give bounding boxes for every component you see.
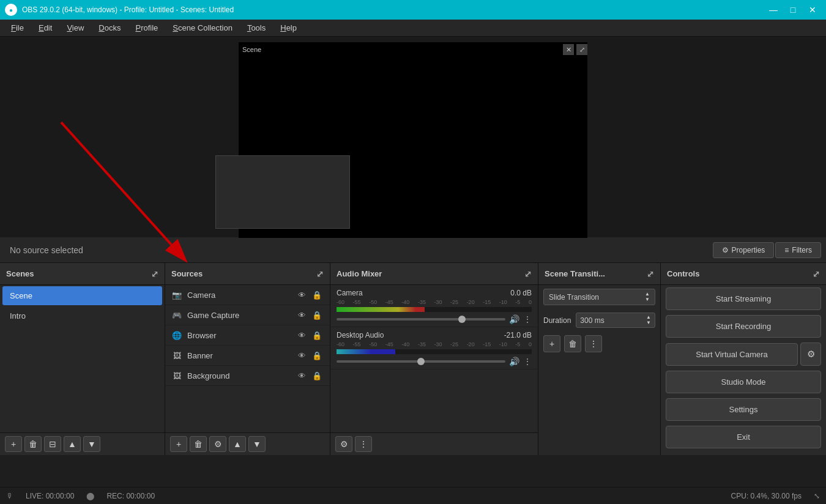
background-visibility-button[interactable]: 👁 <box>296 371 308 381</box>
preview-search-button[interactable]: ⤢ <box>576 44 587 55</box>
preview-buttons: ✕ ⤢ <box>563 44 587 55</box>
camera-visibility-button[interactable]: 👁 <box>296 290 308 300</box>
start-virtual-camera-button[interactable]: Start Virtual Camera <box>666 343 798 366</box>
close-button[interactable]: ✕ <box>804 4 821 16</box>
sources-maximize-icon[interactable]: ⤢ <box>316 269 324 279</box>
banner-visibility-button[interactable]: 👁 <box>296 350 308 361</box>
sources-up-button[interactable]: ▲ <box>229 436 246 452</box>
propbar: No source selected Properties ≡ Filters <box>0 237 826 263</box>
transition-spin-icon: ▲ ▼ <box>645 292 650 302</box>
menu-edit[interactable]: Edit <box>32 21 58 34</box>
browser-icon: 🌐 <box>171 330 182 341</box>
source-item-browser[interactable]: 🌐 Browser 👁 🔒 <box>165 325 330 346</box>
desktop-more-button[interactable]: ⋮ <box>523 357 532 366</box>
preview-close-button[interactable]: ✕ <box>563 44 574 55</box>
desktop-mute-button[interactable]: 🔊 <box>509 357 519 366</box>
menu-view[interactable]: View <box>61 21 90 34</box>
filters-button[interactable]: ≡ Filters <box>775 242 821 258</box>
menu-profile[interactable]: Profile <box>129 21 164 34</box>
camera-lock-button[interactable]: 🔒 <box>310 290 324 300</box>
live-status: LIVE: 00:00:00 <box>26 492 74 500</box>
sources-settings-button[interactable]: ⚙ <box>209 436 226 452</box>
transition-select[interactable]: Slide Transition ▲ ▼ <box>543 289 655 305</box>
down-icon: ▼ <box>253 439 261 449</box>
audio-channel-camera: Camera 0.0 dB -60-55-50-45-40-35-30-25-2… <box>330 285 538 327</box>
camera-more-button[interactable]: ⋮ <box>523 314 532 324</box>
camera-meter-bg <box>337 307 532 312</box>
audio-footer: ⚙ ⋮ <box>330 432 538 455</box>
transition-actions: + 🗑 ⋮ <box>543 335 655 352</box>
sources-add-button[interactable]: + <box>170 436 187 452</box>
statusbar: 🎙 LIVE: 00:00:00 ⬤ REC: 00:00:00 CPU: 0.… <box>0 487 826 504</box>
scenes-maximize-icon[interactable]: ⤢ <box>151 269 158 279</box>
controls-maximize-icon[interactable]: ⤢ <box>813 269 820 279</box>
settings-button[interactable]: Settings <box>666 398 821 421</box>
transition-remove-button[interactable]: 🗑 <box>564 335 581 352</box>
game-capture-visibility-button[interactable]: 👁 <box>296 310 308 321</box>
source-item-game-capture[interactable]: 🎮 Game Capture 👁 🔒 <box>165 305 330 325</box>
sources-down-button[interactable]: ▼ <box>248 436 266 452</box>
browser-lock-button[interactable]: 🔒 <box>310 330 324 341</box>
audio-channel-desktop: Desktop Audio -21.0 dB -60-55-50-45-40-3… <box>330 327 538 369</box>
audio-maximize-icon[interactable]: ⤢ <box>524 269 532 279</box>
duration-spin-icon: ▲ ▼ <box>646 315 651 325</box>
scene-item-scene[interactable]: Scene <box>2 286 162 305</box>
exit-button[interactable]: Exit <box>666 426 821 448</box>
game-capture-lock-button[interactable]: 🔒 <box>310 310 324 321</box>
preview-canvas <box>239 42 587 238</box>
virtual-camera-settings-button[interactable]: ⚙ <box>800 343 821 366</box>
sources-remove-button[interactable]: 🗑 <box>190 436 207 452</box>
menu-scene-collection[interactable]: Scene Collection <box>166 21 239 34</box>
controls-header: Controls ⤢ <box>661 263 826 285</box>
camera-audio-controls: 🔊 ⋮ <box>337 314 532 324</box>
transition-maximize-icon[interactable]: ⤢ <box>647 269 654 279</box>
scenes-up-button[interactable]: ▲ <box>64 436 81 452</box>
menu-tools[interactable]: Tools <box>241 21 272 34</box>
desktop-meter-bg <box>337 349 532 354</box>
background-lock-button[interactable]: 🔒 <box>310 371 324 381</box>
start-streaming-button[interactable]: Start Streaming <box>666 287 821 310</box>
scene-item-intro[interactable]: Intro <box>2 306 162 325</box>
source-item-banner[interactable]: 🖼 Banner 👁 🔒 <box>165 346 330 366</box>
gear-icon: ⚙ <box>807 349 815 360</box>
properties-button[interactable]: Properties <box>713 242 775 258</box>
menubar: File Edit View Docks Profile Scene Colle… <box>0 20 826 37</box>
duration-row: Duration 300 ms ▲ ▼ <box>543 313 655 328</box>
plus-icon: + <box>176 439 181 449</box>
scenes-configure-button[interactable]: ⊟ <box>44 436 61 452</box>
camera-volume-slider[interactable] <box>337 318 505 321</box>
duration-input[interactable]: 300 ms ▲ ▼ <box>576 313 655 328</box>
source-item-background[interactable]: 🖼 Background 👁 🔒 <box>165 366 330 386</box>
background-icon: 🖼 <box>171 370 182 381</box>
trash-icon: 🗑 <box>194 439 203 449</box>
scenes-add-button[interactable]: + <box>5 436 22 452</box>
scenes-footer: + 🗑 ⊟ ▲ ▼ <box>0 432 165 455</box>
gear-icon: ⚙ <box>340 439 348 449</box>
audio-gear-button[interactable]: ⚙ <box>335 436 352 452</box>
menu-docks[interactable]: Docks <box>92 21 127 34</box>
virtual-camera-row: Start Virtual Camera ⚙ <box>666 343 821 366</box>
menu-help[interactable]: Help <box>274 21 303 34</box>
scenes-remove-button[interactable]: 🗑 <box>24 436 42 452</box>
source-item-camera[interactable]: 📷 Camera 👁 🔒 <box>165 285 330 305</box>
camera-mute-button[interactable]: 🔊 <box>509 314 519 324</box>
transition-add-button[interactable]: + <box>543 335 560 352</box>
start-recording-button[interactable]: Start Recording <box>666 315 821 338</box>
scenes-down-button[interactable]: ▼ <box>83 436 100 452</box>
studio-mode-button[interactable]: Studio Mode <box>666 371 821 393</box>
browser-visibility-button[interactable]: 👁 <box>296 330 308 341</box>
minimize-button[interactable]: — <box>765 4 782 16</box>
banner-lock-button[interactable]: 🔒 <box>310 350 324 361</box>
titlebar: ● OBS 29.0.2 (64-bit, windows) - Profile… <box>0 0 826 20</box>
sources-footer: + 🗑 ⚙ ▲ ▼ <box>165 432 330 455</box>
maximize-button[interactable]: □ <box>784 4 802 16</box>
menu-file[interactable]: File <box>5 21 30 34</box>
down-icon: ▼ <box>87 439 96 449</box>
banner-icon: 🖼 <box>171 350 182 361</box>
window-title: OBS 29.0.2 (64-bit, windows) - Profile: … <box>22 6 234 14</box>
desktop-volume-slider[interactable] <box>337 360 505 363</box>
audio-more-footer-button[interactable]: ⋮ <box>355 436 372 452</box>
desktop-meter-bar <box>337 349 395 354</box>
up-icon: ▲ <box>68 439 76 449</box>
transition-more-button[interactable]: ⋮ <box>585 335 602 352</box>
